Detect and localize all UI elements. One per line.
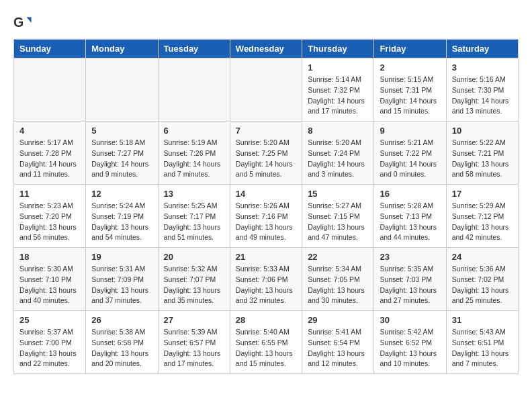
day-number: 20 <box>164 252 224 262</box>
calendar-week-1: 1Sunrise: 5:14 AM Sunset: 7:32 PM Daylig… <box>14 58 519 122</box>
day-info: Sunrise: 5:25 AM Sunset: 7:17 PM Dayligh… <box>164 201 224 243</box>
column-header-saturday: Saturday <box>446 40 518 58</box>
day-number: 14 <box>236 189 296 199</box>
calendar-day: 26Sunrise: 5:38 AM Sunset: 6:58 PM Dayli… <box>86 311 158 374</box>
day-info: Sunrise: 5:26 AM Sunset: 7:16 PM Dayligh… <box>236 201 296 243</box>
day-number: 15 <box>308 189 368 199</box>
calendar-day <box>14 58 86 122</box>
day-number: 1 <box>308 62 368 73</box>
calendar-day: 11Sunrise: 5:23 AM Sunset: 7:20 PM Dayli… <box>14 185 86 248</box>
day-info: Sunrise: 5:27 AM Sunset: 7:15 PM Dayligh… <box>308 201 368 243</box>
day-number: 5 <box>91 126 152 136</box>
day-info: Sunrise: 5:31 AM Sunset: 7:09 PM Dayligh… <box>91 264 152 306</box>
calendar-day: 2Sunrise: 5:15 AM Sunset: 7:31 PM Daylig… <box>374 58 446 122</box>
day-info: Sunrise: 5:18 AM Sunset: 7:27 PM Dayligh… <box>91 138 152 180</box>
calendar-day: 17Sunrise: 5:29 AM Sunset: 7:12 PM Dayli… <box>446 185 518 248</box>
day-number: 23 <box>380 252 440 262</box>
day-info: Sunrise: 5:42 AM Sunset: 6:52 PM Dayligh… <box>380 327 440 369</box>
calendar-day: 28Sunrise: 5:40 AM Sunset: 6:55 PM Dayli… <box>230 311 302 374</box>
day-number: 21 <box>236 252 296 262</box>
day-number: 19 <box>91 252 152 262</box>
day-info: Sunrise: 5:40 AM Sunset: 6:55 PM Dayligh… <box>236 327 296 369</box>
calendar-day: 12Sunrise: 5:24 AM Sunset: 7:19 PM Dayli… <box>86 185 158 248</box>
day-info: Sunrise: 5:15 AM Sunset: 7:31 PM Dayligh… <box>380 75 440 117</box>
day-info: Sunrise: 5:23 AM Sunset: 7:20 PM Dayligh… <box>19 201 80 243</box>
day-number: 16 <box>380 189 440 199</box>
day-info: Sunrise: 5:20 AM Sunset: 7:24 PM Dayligh… <box>308 138 368 180</box>
day-info: Sunrise: 5:37 AM Sunset: 7:00 PM Dayligh… <box>19 327 80 369</box>
calendar-day: 29Sunrise: 5:41 AM Sunset: 6:54 PM Dayli… <box>302 311 374 374</box>
calendar-day: 22Sunrise: 5:34 AM Sunset: 7:05 PM Dayli… <box>302 248 374 311</box>
column-header-thursday: Thursday <box>302 40 374 58</box>
day-number: 28 <box>236 315 296 325</box>
day-info: Sunrise: 5:38 AM Sunset: 6:58 PM Dayligh… <box>91 327 152 369</box>
day-number: 3 <box>452 62 513 73</box>
day-info: Sunrise: 5:14 AM Sunset: 7:32 PM Dayligh… <box>308 75 368 117</box>
day-number: 11 <box>19 189 80 199</box>
day-number: 24 <box>452 252 513 262</box>
calendar-day <box>86 58 158 122</box>
calendar-day <box>158 58 230 122</box>
day-number: 6 <box>164 126 224 136</box>
calendar-day: 23Sunrise: 5:35 AM Sunset: 7:03 PM Dayli… <box>374 248 446 311</box>
day-number: 18 <box>19 252 80 262</box>
calendar-day: 18Sunrise: 5:30 AM Sunset: 7:10 PM Dayli… <box>14 248 86 311</box>
day-info: Sunrise: 5:43 AM Sunset: 6:51 PM Dayligh… <box>452 327 513 369</box>
calendar-week-3: 11Sunrise: 5:23 AM Sunset: 7:20 PM Dayli… <box>14 185 519 248</box>
day-info: Sunrise: 5:17 AM Sunset: 7:28 PM Dayligh… <box>19 138 80 180</box>
calendar-day: 8Sunrise: 5:20 AM Sunset: 7:24 PM Daylig… <box>302 122 374 185</box>
day-number: 26 <box>91 315 152 325</box>
calendar-day: 27Sunrise: 5:39 AM Sunset: 6:57 PM Dayli… <box>158 311 230 374</box>
day-info: Sunrise: 5:36 AM Sunset: 7:02 PM Dayligh… <box>452 264 513 306</box>
calendar-day: 31Sunrise: 5:43 AM Sunset: 6:51 PM Dayli… <box>446 311 518 374</box>
calendar-day: 16Sunrise: 5:28 AM Sunset: 7:13 PM Dayli… <box>374 185 446 248</box>
calendar-week-2: 4Sunrise: 5:17 AM Sunset: 7:28 PM Daylig… <box>14 122 519 185</box>
calendar-day: 7Sunrise: 5:20 AM Sunset: 7:25 PM Daylig… <box>230 122 302 185</box>
day-info: Sunrise: 5:34 AM Sunset: 7:05 PM Dayligh… <box>308 264 368 306</box>
calendar-day: 14Sunrise: 5:26 AM Sunset: 7:16 PM Dayli… <box>230 185 302 248</box>
day-info: Sunrise: 5:16 AM Sunset: 7:30 PM Dayligh… <box>452 75 513 117</box>
day-info: Sunrise: 5:20 AM Sunset: 7:25 PM Dayligh… <box>236 138 296 180</box>
calendar-table: SundayMondayTuesdayWednesdayThursdayFrid… <box>13 39 519 374</box>
logo: G <box>13 13 35 32</box>
calendar-week-5: 25Sunrise: 5:37 AM Sunset: 7:00 PM Dayli… <box>14 311 519 374</box>
day-number: 12 <box>91 189 152 199</box>
logo-icon: G <box>13 13 32 32</box>
calendar-day: 30Sunrise: 5:42 AM Sunset: 6:52 PM Dayli… <box>374 311 446 374</box>
day-info: Sunrise: 5:35 AM Sunset: 7:03 PM Dayligh… <box>380 264 440 306</box>
day-number: 13 <box>164 189 224 199</box>
day-info: Sunrise: 5:22 AM Sunset: 7:21 PM Dayligh… <box>452 138 513 180</box>
day-info: Sunrise: 5:28 AM Sunset: 7:13 PM Dayligh… <box>380 201 440 243</box>
day-info: Sunrise: 5:32 AM Sunset: 7:07 PM Dayligh… <box>164 264 224 306</box>
calendar-day: 3Sunrise: 5:16 AM Sunset: 7:30 PM Daylig… <box>446 58 518 122</box>
calendar-day: 13Sunrise: 5:25 AM Sunset: 7:17 PM Dayli… <box>158 185 230 248</box>
svg-marker-1 <box>27 17 32 23</box>
svg-text:G: G <box>13 15 24 30</box>
calendar-day: 25Sunrise: 5:37 AM Sunset: 7:00 PM Dayli… <box>14 311 86 374</box>
day-number: 29 <box>308 315 368 325</box>
day-number: 9 <box>380 126 440 136</box>
column-header-wednesday: Wednesday <box>230 40 302 58</box>
day-info: Sunrise: 5:24 AM Sunset: 7:19 PM Dayligh… <box>91 201 152 243</box>
day-number: 22 <box>308 252 368 262</box>
calendar-week-4: 18Sunrise: 5:30 AM Sunset: 7:10 PM Dayli… <box>14 248 519 311</box>
calendar-day: 20Sunrise: 5:32 AM Sunset: 7:07 PM Dayli… <box>158 248 230 311</box>
day-number: 7 <box>236 126 296 136</box>
calendar-day: 19Sunrise: 5:31 AM Sunset: 7:09 PM Dayli… <box>86 248 158 311</box>
page-header: G <box>13 13 519 32</box>
calendar-day: 5Sunrise: 5:18 AM Sunset: 7:27 PM Daylig… <box>86 122 158 185</box>
column-header-tuesday: Tuesday <box>158 40 230 58</box>
calendar-day: 4Sunrise: 5:17 AM Sunset: 7:28 PM Daylig… <box>14 122 86 185</box>
day-number: 8 <box>308 126 368 136</box>
column-header-sunday: Sunday <box>14 40 86 58</box>
day-number: 30 <box>380 315 440 325</box>
day-info: Sunrise: 5:30 AM Sunset: 7:10 PM Dayligh… <box>19 264 80 306</box>
day-number: 25 <box>19 315 80 325</box>
day-info: Sunrise: 5:21 AM Sunset: 7:22 PM Dayligh… <box>380 138 440 180</box>
day-number: 17 <box>452 189 513 199</box>
day-info: Sunrise: 5:41 AM Sunset: 6:54 PM Dayligh… <box>308 327 368 369</box>
day-number: 31 <box>452 315 513 325</box>
day-number: 2 <box>380 62 440 73</box>
calendar-day: 10Sunrise: 5:22 AM Sunset: 7:21 PM Dayli… <box>446 122 518 185</box>
calendar-day: 24Sunrise: 5:36 AM Sunset: 7:02 PM Dayli… <box>446 248 518 311</box>
